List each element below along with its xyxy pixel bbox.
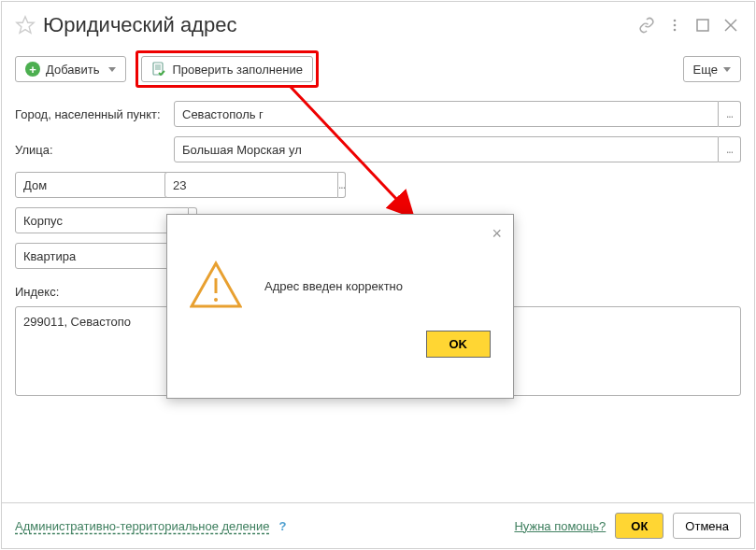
favorite-star-icon[interactable] (15, 15, 36, 35)
house-lookup-button[interactable]: ... (338, 172, 346, 198)
svg-point-15 (214, 298, 218, 302)
toolbar: + Добавить Проверить заполнение Еще (2, 45, 754, 101)
check-button-highlight: Проверить заполнение (136, 50, 318, 88)
plus-icon: + (25, 62, 40, 77)
street-row: Улица: ... (15, 136, 741, 162)
street-input[interactable] (174, 136, 719, 162)
street-lookup-button[interactable]: ... (719, 136, 741, 162)
house-number-input[interactable] (164, 172, 338, 198)
house-row: ... (15, 172, 741, 198)
maximize-icon[interactable] (692, 15, 713, 35)
dialog-footer: OK (167, 331, 513, 374)
titlebar-controls (636, 15, 741, 35)
validation-dialog: × Адрес введен корректно OK (166, 214, 514, 399)
building-type-combo[interactable] (15, 207, 189, 233)
more-button-label: Еще (693, 63, 718, 77)
add-button[interactable]: + Добавить (15, 56, 126, 82)
dialog-ok-button[interactable]: OK (426, 331, 492, 358)
city-lookup-button[interactable]: ... (719, 101, 741, 127)
link-icon[interactable] (636, 15, 657, 35)
city-row: Город, населенный пункт: ... (15, 101, 741, 127)
dialog-body: Адрес введен корректно (167, 215, 513, 331)
admin-division-link[interactable]: Административно-территориальное деление (15, 519, 269, 533)
city-input[interactable] (174, 101, 719, 127)
add-button-label: Добавить (46, 63, 99, 77)
document-check-icon (151, 62, 166, 77)
check-fill-button[interactable]: Проверить заполнение (141, 56, 312, 82)
street-label: Улица: (15, 136, 174, 159)
more-button[interactable]: Еще (683, 56, 741, 82)
titlebar: Юридический адрес (2, 2, 754, 45)
city-label: Город, населенный пункт: (15, 101, 174, 123)
house-type-combo[interactable] (15, 172, 189, 198)
close-icon[interactable] (720, 15, 741, 35)
warning-icon (190, 260, 242, 312)
svg-point-2 (674, 24, 677, 27)
dialog-close-button[interactable]: × (492, 224, 502, 244)
svg-point-1 (674, 20, 677, 22)
cancel-button[interactable]: Отмена (673, 513, 741, 539)
window-title: Юридический адрес (43, 13, 636, 37)
svg-rect-4 (697, 20, 708, 31)
ok-button[interactable]: ОК (615, 513, 663, 539)
dialog-message: Адрес введен корректно (264, 279, 403, 293)
check-button-label: Проверить заполнение (172, 63, 302, 77)
svg-marker-0 (17, 17, 34, 33)
chevron-down-icon (108, 67, 116, 72)
apartment-type-combo[interactable] (15, 243, 189, 269)
footer: Административно-территориальное деление … (2, 502, 754, 548)
svg-point-3 (674, 29, 677, 32)
chevron-down-icon (723, 67, 731, 72)
need-help-link[interactable]: Нужна помощь? (514, 519, 606, 533)
kebab-menu-icon[interactable] (664, 15, 685, 35)
help-icon[interactable]: ? (278, 519, 286, 533)
